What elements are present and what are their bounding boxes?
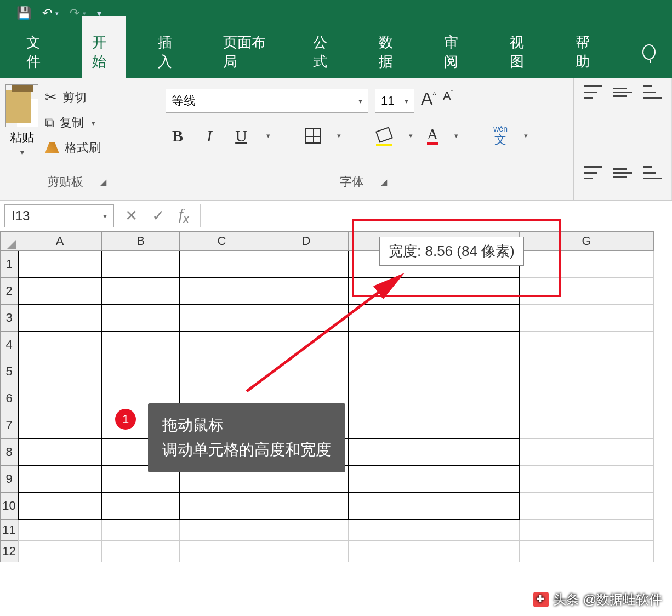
cell[interactable] xyxy=(520,412,654,439)
cell[interactable] xyxy=(180,332,264,358)
cell[interactable] xyxy=(18,305,102,332)
cell[interactable] xyxy=(434,385,520,412)
row-header[interactable]: 12 xyxy=(0,541,18,562)
cell[interactable] xyxy=(18,278,102,305)
cell[interactable] xyxy=(434,305,520,332)
row-header[interactable]: 7 xyxy=(0,412,18,439)
cell[interactable] xyxy=(264,332,349,358)
underline-button[interactable]: U xyxy=(232,127,250,145)
cell[interactable] xyxy=(349,439,434,466)
cell[interactable] xyxy=(180,541,264,562)
cell[interactable] xyxy=(102,358,180,385)
cell[interactable] xyxy=(264,251,349,278)
cell[interactable] xyxy=(520,466,654,493)
name-box[interactable]: I13▾ xyxy=(4,204,114,227)
cell[interactable] xyxy=(520,520,654,541)
select-all-corner[interactable] xyxy=(0,231,18,251)
cell[interactable] xyxy=(434,358,520,385)
cell[interactable] xyxy=(18,358,102,385)
tab-formula[interactable]: 公式 xyxy=(303,16,347,88)
cell[interactable] xyxy=(349,520,434,541)
cell[interactable] xyxy=(264,520,349,541)
align-center-icon[interactable] xyxy=(613,166,632,179)
align-bottom-icon[interactable] xyxy=(643,85,662,99)
row-header[interactable]: 8 xyxy=(0,439,18,466)
cell[interactable] xyxy=(18,251,102,278)
cell[interactable] xyxy=(349,541,434,562)
row-header[interactable]: 6 xyxy=(0,385,18,412)
cell[interactable] xyxy=(18,466,102,493)
row-header[interactable]: 10 xyxy=(0,493,18,520)
cell[interactable] xyxy=(102,251,180,278)
cell[interactable] xyxy=(434,541,520,562)
cell[interactable] xyxy=(18,332,102,358)
decrease-font-button[interactable]: Aˇ xyxy=(443,89,453,113)
clipboard-launcher-icon[interactable]: ◢ xyxy=(100,177,106,187)
tab-data[interactable]: 数据 xyxy=(369,16,413,88)
cell[interactable] xyxy=(349,466,434,493)
cell[interactable] xyxy=(349,493,434,520)
cell[interactable] xyxy=(349,332,434,358)
cell[interactable] xyxy=(180,493,264,520)
font-size-select[interactable]: 11▾ xyxy=(375,89,414,113)
cell[interactable] xyxy=(102,332,180,358)
phonetic-guide-button[interactable]: wén文 xyxy=(493,125,508,147)
cell[interactable] xyxy=(18,412,102,439)
cell[interactable] xyxy=(520,439,654,466)
cell[interactable] xyxy=(349,412,434,439)
cell[interactable] xyxy=(102,541,180,562)
tab-help[interactable]: 帮助 xyxy=(566,16,610,88)
cell[interactable] xyxy=(18,541,102,562)
cell[interactable] xyxy=(102,305,180,332)
fill-color-icon[interactable] xyxy=(376,129,392,143)
tab-file[interactable]: 文件 xyxy=(16,16,60,88)
row-header[interactable]: 11 xyxy=(0,520,18,541)
row-header[interactable]: 9 xyxy=(0,466,18,493)
cell[interactable] xyxy=(434,412,520,439)
align-top-icon[interactable] xyxy=(584,85,602,99)
cell[interactable] xyxy=(520,358,654,385)
cell[interactable] xyxy=(349,385,434,412)
cell[interactable] xyxy=(18,385,102,412)
column-header[interactable]: C xyxy=(180,231,264,251)
cancel-formula-icon[interactable]: ✕ xyxy=(125,207,138,225)
cell[interactable] xyxy=(264,358,349,385)
row-header[interactable]: 3 xyxy=(0,305,18,332)
paste-button[interactable]: 粘贴 ▾ xyxy=(5,84,38,170)
cut-button[interactable]: ✂剪切 xyxy=(45,89,101,106)
cell[interactable] xyxy=(434,493,520,520)
tab-insert[interactable]: 插入 xyxy=(148,16,192,88)
cell[interactable] xyxy=(349,358,434,385)
cell[interactable] xyxy=(264,278,349,305)
cell[interactable] xyxy=(520,332,654,358)
enter-formula-icon[interactable]: ✓ xyxy=(152,207,164,225)
cell[interactable] xyxy=(349,305,434,332)
paste-dropdown-icon[interactable]: ▾ xyxy=(20,148,24,157)
tab-page-layout[interactable]: 页面布局 xyxy=(213,16,281,88)
cell[interactable] xyxy=(180,278,264,305)
row-header[interactable]: 2 xyxy=(0,278,18,305)
column-header[interactable]: B xyxy=(102,231,180,251)
cell[interactable] xyxy=(520,541,654,562)
tell-me-icon[interactable] xyxy=(642,44,656,60)
cell[interactable] xyxy=(434,520,520,541)
font-name-select[interactable]: 等线▾ xyxy=(166,89,368,113)
cell[interactable] xyxy=(180,358,264,385)
column-header[interactable]: D xyxy=(264,231,349,251)
cell[interactable] xyxy=(264,541,349,562)
cell[interactable] xyxy=(102,520,180,541)
cell[interactable] xyxy=(102,493,180,520)
cell[interactable] xyxy=(180,251,264,278)
cell[interactable] xyxy=(434,466,520,493)
italic-button[interactable]: I xyxy=(201,127,218,145)
cell[interactable] xyxy=(520,385,654,412)
cell[interactable] xyxy=(180,305,264,332)
cell[interactable] xyxy=(18,439,102,466)
align-left-icon[interactable] xyxy=(584,166,602,179)
redo-icon[interactable]: ↷▾ xyxy=(70,6,86,20)
row-header[interactable]: 5 xyxy=(0,358,18,385)
align-right-icon[interactable] xyxy=(643,166,662,179)
tab-review[interactable]: 审阅 xyxy=(434,16,478,88)
cell[interactable] xyxy=(264,305,349,332)
cell[interactable] xyxy=(180,520,264,541)
